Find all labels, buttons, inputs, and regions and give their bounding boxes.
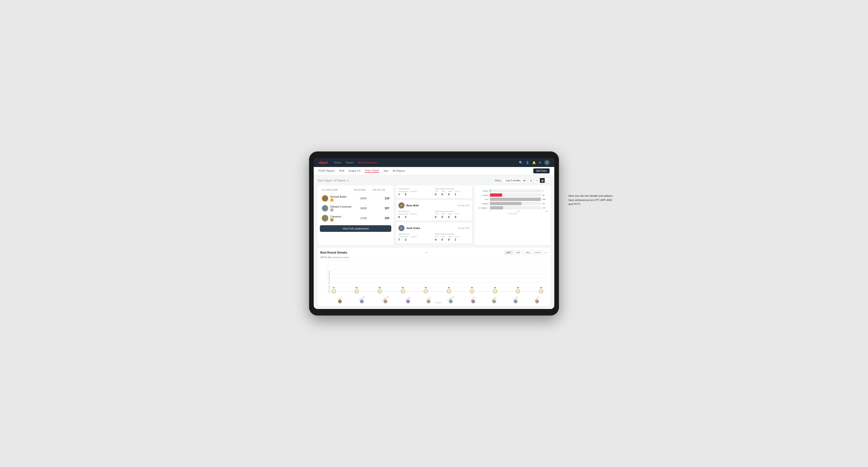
bar-container-eagles <box>490 189 541 192</box>
filter-buttons: OTT APP ARG PUTT ← <box>504 250 548 255</box>
bar-label-birdies: Birdies <box>477 194 489 196</box>
card-stats-rees: Total Rounds Tournament Practice 8 4 <box>398 210 470 218</box>
player-row[interactable]: RB Richard Butler 1 19/20 110 <box>320 194 391 203</box>
lollipop-value-5: 4x <box>448 286 450 289</box>
chart-x-labels: 0 200 400 <box>477 210 548 212</box>
x-label-400: 400 <box>545 210 548 212</box>
bar-value-bogeys: 311 <box>542 203 548 205</box>
practice-val-josh: 2 <box>405 238 410 241</box>
player-info: RB Richard Butler 1 <box>322 195 354 201</box>
tournament-sub-label: Tournament <box>398 190 408 192</box>
profile-icon[interactable]: 👤 <box>526 161 529 164</box>
player-avatar-3: C <box>322 215 328 221</box>
rank-badge-1: 1 <box>330 198 334 201</box>
bar-row-birdies: Birdies 96 <box>477 193 548 197</box>
practice-val: 6 <box>405 193 410 196</box>
view-icons: ⊞ ≡ ▦ ↕ <box>528 178 551 183</box>
annotation-box: Here you can see streaks your players ha… <box>568 194 613 206</box>
player-cards-column: Total Rounds Tournament Practice 7 6 <box>396 185 472 245</box>
grid-view-btn[interactable]: ⊞ <box>528 178 533 183</box>
team-header: Team Clippd 14 Players ✏ Show Last 3 mon… <box>317 178 551 183</box>
arg-val: 0 <box>448 193 453 196</box>
lollipop-value-7: 4x <box>494 286 496 289</box>
subnav-tour[interactable]: Tour <box>383 169 388 173</box>
x-label-0: 0 <box>490 210 491 212</box>
card-view-btn[interactable]: ▦ <box>540 178 545 183</box>
nav-home[interactable]: Home <box>334 161 341 164</box>
pb-avg-2: 107 <box>373 207 390 210</box>
card-header-rees: RB Rees Britt 02 Sep 2023 <box>398 203 470 209</box>
player-count: 14 Players <box>333 179 346 182</box>
player-row[interactable]: EC Edward Crossman 2 18/20 107 <box>320 204 391 213</box>
filter-putt[interactable]: PUTT <box>533 250 543 255</box>
subnav-pgat[interactable]: PGAT Players <box>318 169 335 173</box>
bell-icon[interactable]: 🔔 <box>532 161 536 164</box>
player-avatar-2: EC <box>322 205 328 212</box>
list-view-btn[interactable]: ≡ <box>534 178 539 183</box>
leaderboard-panel: PLAYER NAME PB SCORE PB AVG SQ RB <box>317 185 394 245</box>
player-info: EC Edward Crossman 2 <box>322 205 354 212</box>
y-tick-4: 4 <box>328 273 329 275</box>
view-leaderboard-button[interactable]: View Full Leaderboard <box>320 225 391 232</box>
y-axis-ticks: 7 6 5 4 3 2 1 0 <box>324 261 329 291</box>
y-tick-5: 5 <box>328 269 329 271</box>
practice-stat-rees: Total Practice Activities OTTAPPARGPUTT … <box>435 210 470 218</box>
settings-icon[interactable]: ⚙ <box>539 161 541 164</box>
practice-sub-header: OTTAPPARGPUTT <box>435 190 470 192</box>
y-tick-1: 1 <box>328 286 329 287</box>
rounds-sub-rees: Tournament Practice <box>398 213 433 215</box>
pb-avg-3: 103 <box>373 217 390 220</box>
bar-chart-panel: Eagles 3 Birdies <box>474 185 551 245</box>
rounds-values: 7 6 <box>398 193 433 196</box>
sub-nav: PGAT Players PGA Hcaps 1-5 Team Clippd T… <box>314 167 554 175</box>
filter-arg[interactable]: ARG <box>523 250 532 255</box>
lollipop-value-9: 3x <box>540 286 542 289</box>
total-rounds-label: Total Rounds <box>398 188 433 190</box>
card-avatar-josh: JC <box>398 225 404 231</box>
y-tick-0: 0 <box>328 290 329 291</box>
x-label-200: 200 <box>517 210 520 212</box>
subnav-hcaps[interactable]: Hcaps 1-5 <box>349 169 361 173</box>
grid-line-5 <box>329 270 548 270</box>
player-avatar-1: RB <box>322 195 328 201</box>
main-content: Team Clippd 14 Players ✏ Show Last 3 mon… <box>314 175 554 309</box>
bar-container-bogeys <box>490 202 541 205</box>
search-icon[interactable]: 🔍 <box>519 161 523 164</box>
card-stats-josh: Total Rounds Tournament Practice 7 2 <box>398 233 470 241</box>
lollipop-circle-0: 7x <box>332 289 336 293</box>
bar-value-eagles: 3 <box>542 190 548 192</box>
putt-josh: 1 <box>455 238 460 241</box>
edit-icon[interactable]: ✏ <box>347 179 349 182</box>
putt-rees: 0 <box>455 216 460 218</box>
lollipop-circle-2: 6x <box>378 289 382 293</box>
bar-container-pars <box>490 198 541 201</box>
nav-teams[interactable]: Teams <box>346 161 353 164</box>
subtitle-main: Off The Tee <box>320 256 331 258</box>
add-team-button[interactable]: Add Team <box>533 168 550 173</box>
subnav-all-players[interactable]: All Players <box>393 169 405 173</box>
bar-fill-birdies <box>490 193 502 197</box>
bar-value-dbogeys: 131 <box>542 207 548 209</box>
subnav-team-clippd[interactable]: Team Clippd <box>365 169 379 173</box>
app-val: 0 <box>441 193 446 196</box>
pb-avg-1: 110 <box>373 197 390 200</box>
summary-card: Total Rounds Tournament Practice 7 6 <box>396 185 472 198</box>
detail-view-btn[interactable]: ↕ <box>545 178 551 183</box>
tournament-lbl-rees: Tournament <box>398 213 408 215</box>
subnav-pga[interactable]: PGA <box>339 169 344 173</box>
avatar[interactable]: U <box>545 160 550 165</box>
ott-josh: 0 <box>435 238 440 241</box>
practice-val-rees: 4 <box>405 216 410 218</box>
player-row[interactable]: C Cameron... 3 17/20 103 <box>320 214 391 223</box>
practice-vals-rees: 0 0 0 0 <box>435 216 470 218</box>
practice-acts-label-josh: Total Practice Activities <box>435 233 470 235</box>
filter-app[interactable]: APP <box>514 250 522 255</box>
practice-sub-rees: OTTAPPARGPUTT <box>435 213 470 215</box>
filter-select[interactable]: Last 3 months <box>503 178 526 183</box>
bar-row-bogeys: Bogeys 311 <box>477 202 548 205</box>
filter-ott[interactable]: OTT <box>504 250 513 255</box>
lollipop-circle-1: 6x <box>354 289 359 293</box>
ott-val: 0 <box>435 193 440 196</box>
nav-my-performance[interactable]: My Performance <box>358 161 377 164</box>
lollipop-circle-4: 5x <box>424 289 428 293</box>
